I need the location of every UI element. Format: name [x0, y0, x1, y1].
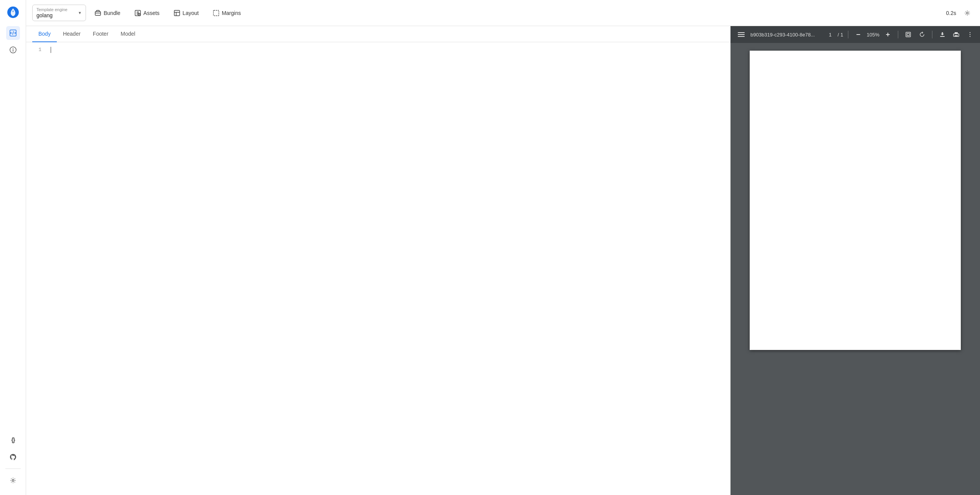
pdf-zoom-out-button[interactable] [853, 29, 864, 40]
pdf-content[interactable] [730, 43, 980, 495]
pdf-panel: b903b319-c293-4100-8e78... / 1 105% [730, 26, 980, 495]
svg-rect-13 [856, 34, 860, 35]
assets-label: Assets [144, 10, 160, 16]
main-area: Template engine golang ▼ Bundle Assets [26, 0, 980, 495]
pdf-filename: b903b319-c293-4100-8e78... [750, 32, 821, 38]
svg-rect-15 [887, 33, 888, 36]
svg-rect-12 [738, 36, 745, 37]
toolbar-settings-button[interactable] [961, 7, 974, 20]
pdf-rotate-button[interactable] [917, 29, 927, 40]
svg-rect-17 [940, 36, 945, 37]
sidebar-divider [5, 469, 21, 469]
pdf-zoom-level: 105% [867, 32, 879, 38]
sidebar-item-code[interactable] [6, 26, 20, 40]
pdf-divider-3 [932, 31, 932, 38]
template-engine-select[interactable]: Template engine golang ▼ [32, 5, 86, 21]
tab-body[interactable]: Body [32, 26, 57, 42]
app-logo[interactable] [5, 5, 21, 20]
sidebar-item-settings[interactable] [6, 474, 20, 487]
time-label: 0.2s [946, 10, 956, 16]
svg-rect-11 [738, 34, 745, 35]
text-cursor [51, 47, 51, 53]
tab-footer[interactable]: Footer [87, 26, 114, 42]
pdf-print-button[interactable] [951, 29, 962, 40]
svg-point-21 [970, 36, 970, 37]
pdf-zoom-in-button[interactable] [882, 29, 893, 40]
pdf-menu-button[interactable] [735, 28, 747, 41]
line-numbers: 1 [26, 42, 45, 495]
bundle-button[interactable]: Bundle [89, 7, 126, 20]
sidebar-item-info[interactable] [6, 43, 20, 57]
svg-point-20 [970, 34, 970, 35]
sidebar: {} [0, 0, 26, 495]
layout-label: Layout [183, 10, 199, 16]
svg-rect-18 [955, 35, 958, 36]
svg-point-3 [12, 480, 14, 482]
template-engine-label: Template engine [36, 7, 68, 12]
chevron-down-icon: ▼ [78, 11, 82, 15]
tabs: Body Header Footer Model [26, 26, 730, 42]
pdf-more-button[interactable] [965, 29, 975, 40]
sidebar-item-braces[interactable]: {} [6, 433, 20, 447]
svg-point-19 [970, 32, 970, 33]
pdf-fit-page-button[interactable] [903, 29, 914, 40]
pdf-page [750, 51, 961, 350]
editor-content: 1 [26, 42, 730, 495]
template-engine-value: golang [36, 12, 68, 18]
svg-rect-8 [213, 10, 219, 16]
toolbar: Template engine golang ▼ Bundle Assets [26, 0, 980, 26]
pdf-download-button[interactable] [937, 29, 948, 40]
layout-button[interactable]: Layout [168, 7, 204, 20]
svg-rect-16 [906, 32, 911, 37]
tab-header[interactable]: Header [57, 26, 87, 42]
pdf-page-total: 1 [841, 32, 843, 38]
svg-rect-7 [174, 10, 180, 16]
tab-model[interactable]: Model [114, 26, 141, 42]
editor-area: Body Header Footer Model 1 [26, 26, 730, 495]
assets-button[interactable]: Assets [129, 7, 165, 20]
svg-rect-10 [738, 32, 745, 33]
margins-button[interactable]: Margins [207, 7, 246, 20]
pdf-divider-2 [898, 31, 898, 38]
sidebar-item-github[interactable] [6, 450, 20, 464]
pdf-toolbar: b903b319-c293-4100-8e78... / 1 105% [730, 26, 980, 43]
svg-rect-4 [95, 12, 101, 15]
pdf-page-separator: / [838, 32, 839, 38]
pdf-page-nav: / 1 [825, 32, 843, 38]
pdf-divider-1 [848, 31, 848, 38]
code-editor[interactable] [45, 42, 730, 495]
pdf-page-input[interactable] [825, 32, 836, 38]
bundle-label: Bundle [104, 10, 121, 16]
margins-label: Margins [222, 10, 241, 16]
svg-point-9 [967, 12, 968, 14]
